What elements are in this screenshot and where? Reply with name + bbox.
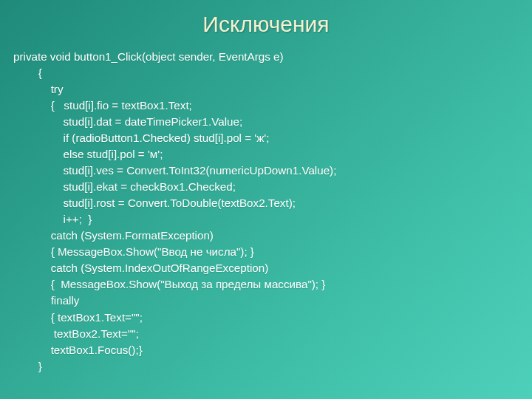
code-block: private void button1_Click(object sender…	[13, 49, 519, 375]
slide-title: Исключения	[13, 12, 519, 37]
slide: Исключения private void button1_Click(ob…	[0, 0, 532, 399]
